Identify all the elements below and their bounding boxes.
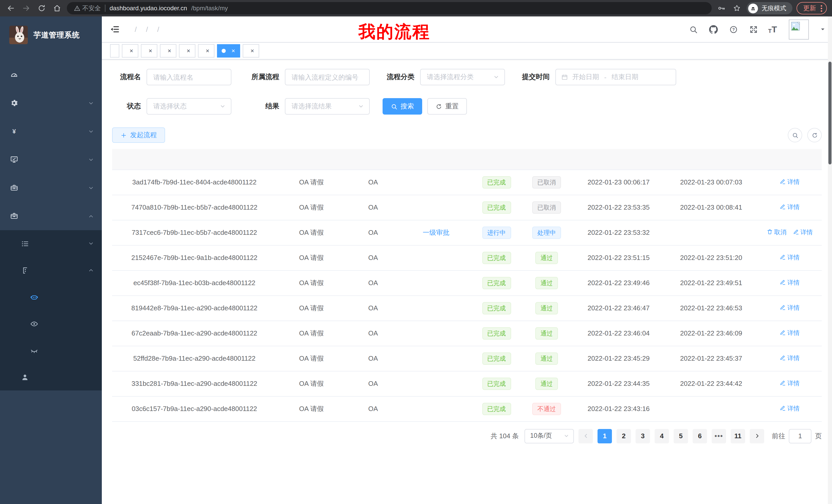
status-badge: 已完成: [482, 302, 511, 314]
table-search-icon[interactable]: [788, 128, 802, 142]
detail-link[interactable]: 详情: [780, 278, 800, 287]
detail-link[interactable]: 详情: [780, 253, 800, 262]
sidebar-item-home[interactable]: [0, 61, 102, 89]
sidebar-item-system[interactable]: [0, 89, 102, 117]
close-icon[interactable]: ×: [129, 48, 134, 54]
detail-link[interactable]: 详情: [780, 304, 800, 312]
next-page-button[interactable]: [750, 429, 764, 443]
scrollbar-thumb[interactable]: [828, 62, 831, 164]
cancel-link[interactable]: 取消: [766, 228, 786, 237]
status-badge: 已完成: [482, 402, 511, 415]
sidebar-item-my-process[interactable]: [0, 284, 102, 310]
sidebar-item-workflow[interactable]: [0, 202, 102, 230]
submit-time-range-picker[interactable]: 开始日期 - 结束日期: [555, 69, 676, 85]
avatar[interactable]: [789, 19, 809, 39]
close-icon[interactable]: ×: [148, 48, 153, 54]
table-tools: [788, 128, 822, 142]
table-refresh-icon[interactable]: [807, 128, 822, 142]
bookmark-star-icon[interactable]: [731, 3, 743, 14]
tab-home[interactable]: [110, 44, 119, 58]
sidebar-item-todo-tasks[interactable]: [0, 310, 102, 337]
tab-process-form-edit[interactable]: ×: [179, 44, 196, 58]
github-icon[interactable]: [708, 24, 719, 35]
tab-user-group[interactable]: ×: [198, 44, 214, 58]
browser-update-button[interactable]: 更新: [797, 2, 827, 15]
sidebar-fold-icon[interactable]: [109, 24, 121, 35]
end-date-placeholder: 结束日期: [612, 73, 639, 82]
page-button-3[interactable]: 3: [635, 429, 650, 443]
cell-name: OA 请假: [277, 296, 346, 320]
help-icon[interactable]: ?: [728, 24, 739, 35]
chevron-right-icon: [754, 433, 760, 439]
sidebar-item-process-management[interactable]: [0, 230, 102, 257]
result-select[interactable]: 请选择流结果: [285, 98, 370, 115]
process-definition-input[interactable]: [285, 69, 370, 85]
tab-process-definition[interactable]: ×: [122, 44, 138, 58]
incognito-badge: 无痕模式: [747, 2, 792, 15]
detail-link[interactable]: 详情: [780, 178, 800, 187]
browser-home-icon[interactable]: [51, 3, 63, 14]
filter-row-1: 流程名 所属流程 流程分类 请选择流程分类: [112, 69, 822, 85]
not-secure-warning[interactable]: 不安全: [74, 4, 101, 12]
goto-page-input[interactable]: [789, 429, 811, 443]
detail-link[interactable]: 详情: [780, 354, 800, 363]
search-button[interactable]: 搜索: [383, 98, 422, 115]
detail-link[interactable]: 详情: [780, 404, 800, 413]
page-button-6[interactable]: 6: [693, 429, 707, 443]
app-logo-row[interactable]: 芋道管理系统: [0, 17, 102, 61]
detail-link[interactable]: 详情: [780, 329, 800, 338]
sidebar-item-leave-query[interactable]: [0, 364, 102, 390]
password-key-icon[interactable]: [716, 3, 727, 14]
search-icon[interactable]: [688, 24, 699, 35]
sidebar-item-dev-tools[interactable]: [0, 174, 102, 202]
fullscreen-icon[interactable]: [748, 24, 759, 35]
cell-category: OA: [346, 320, 400, 346]
tab-my-process[interactable]: ×: [217, 44, 240, 58]
page-button-5[interactable]: 5: [674, 429, 688, 443]
edit-pencil-icon: [780, 254, 786, 261]
sidebar-item-infrastructure[interactable]: [0, 145, 102, 174]
browser-back-icon[interactable]: [5, 3, 17, 14]
status-select[interactable]: 请选择状态: [147, 98, 231, 115]
close-icon[interactable]: ×: [231, 48, 235, 54]
page-size-select[interactable]: 10条/页: [524, 429, 574, 443]
page-button-1[interactable]: 1: [598, 429, 612, 443]
cell-id: 52ffd28e-7b9a-11ec-a290-acde48001122: [112, 346, 277, 371]
tab-start-process[interactable]: ×: [243, 44, 259, 58]
page-button-11[interactable]: 11: [731, 429, 745, 443]
font-size-icon[interactable]: TT: [768, 25, 777, 34]
address-bar[interactable]: 不安全 dashboard.yudao.iocoder.cn/bpm/task/…: [67, 2, 712, 15]
cell-end-time: 2022-01-22 23:44:42: [665, 371, 757, 396]
prev-page-button[interactable]: [578, 429, 593, 443]
close-icon[interactable]: ×: [250, 48, 255, 54]
page-button-4[interactable]: 4: [655, 429, 669, 443]
column-end-time: [665, 149, 757, 170]
cell-end-time: 2022-01-22 23:46:09: [665, 320, 757, 346]
page-button-2[interactable]: 2: [617, 429, 631, 443]
sidebar-item-task-management[interactable]: [0, 257, 102, 284]
start-process-button[interactable]: 发起流程: [112, 128, 165, 143]
close-icon[interactable]: ×: [205, 48, 210, 54]
sidebar-item-done-tasks[interactable]: [0, 337, 102, 364]
cell-current-task: [400, 170, 472, 195]
refresh-icon: [436, 103, 442, 110]
browser-forward-icon[interactable]: [21, 3, 32, 14]
pager-ellipsis[interactable]: •••: [712, 429, 726, 443]
cell-current-task[interactable]: 一级审批: [400, 220, 472, 245]
chevron-down-icon[interactable]: [820, 26, 826, 32]
tab-process-form[interactable]: ×: [160, 44, 176, 58]
tab-process-model[interactable]: ×: [141, 44, 157, 58]
reset-button[interactable]: 重置: [427, 98, 467, 115]
process-category-select[interactable]: 请选择流程分类: [420, 69, 505, 85]
detail-link[interactable]: 详情: [780, 203, 800, 212]
detail-link[interactable]: 详情: [780, 379, 800, 388]
detail-link[interactable]: 详情: [793, 228, 813, 237]
close-icon[interactable]: ×: [167, 48, 172, 54]
browser-reload-icon[interactable]: [36, 3, 47, 14]
browser-menu-icon[interactable]: [821, 5, 822, 11]
close-icon[interactable]: ×: [186, 48, 191, 54]
sidebar-item-payment[interactable]: ¥: [0, 117, 102, 145]
result-badge: 通过: [535, 352, 558, 365]
cell-name: OA 请假: [277, 170, 346, 195]
process-name-input[interactable]: [147, 69, 231, 85]
